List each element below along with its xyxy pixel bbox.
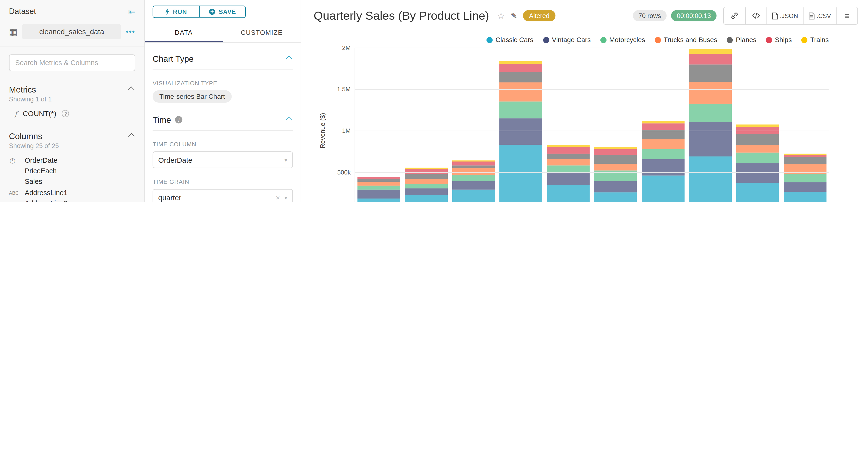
legend-label: Classic Cars xyxy=(496,36,533,44)
row-count-badge: 70 rows xyxy=(633,10,667,21)
collapse-dataset-panel-icon[interactable]: ⇤ xyxy=(128,7,135,15)
bars-container xyxy=(355,48,829,202)
bar-segment-trucks-and-buses xyxy=(500,83,542,102)
column-item-orderdate[interactable]: ◷OrderDate xyxy=(9,155,135,165)
info-icon[interactable]: i xyxy=(175,116,182,124)
legend-item-vintage-cars[interactable]: Vintage Cars xyxy=(543,36,591,44)
stacked-bar xyxy=(500,61,542,202)
legend-item-classic-cars[interactable]: Classic Cars xyxy=(487,36,533,44)
column-item-addressline2[interactable]: ABCAddressLine2 xyxy=(9,198,135,202)
divider xyxy=(0,46,144,47)
bar-segment-trains xyxy=(452,160,495,161)
column-item-sales[interactable]: Sales xyxy=(9,177,135,187)
edit-title-icon[interactable]: ✎ xyxy=(511,11,517,20)
altered-badge[interactable]: Altered xyxy=(523,10,556,21)
chevron-up-icon[interactable] xyxy=(128,86,134,93)
dataset-panel-header: Dataset ⇤ xyxy=(9,7,135,15)
legend-item-trains[interactable]: Trains xyxy=(801,36,829,44)
chart-title[interactable]: Quarterly Sales (By Product Line) xyxy=(313,9,489,22)
bar-2004-01-01[interactable] xyxy=(545,48,592,202)
function-icon: ƒ xyxy=(15,109,17,118)
save-button[interactable]: SAVE xyxy=(199,6,245,18)
help-icon[interactable]: ? xyxy=(62,110,69,117)
bar-2005-04-01[interactable] xyxy=(781,48,829,202)
plot-area xyxy=(355,48,829,202)
legend-item-motorcycles[interactable]: Motorcycles xyxy=(600,36,645,44)
bar-2003-04-01[interactable] xyxy=(403,48,450,202)
column-item-priceeach[interactable]: PriceEach xyxy=(9,165,135,177)
bar-segment-ships xyxy=(405,169,447,174)
search-metrics-columns-input[interactable] xyxy=(9,54,135,71)
bar-segment-trucks-and-buses xyxy=(642,139,684,149)
columns-list: ◷OrderDatePriceEachSalesABCAddressLine1A… xyxy=(9,155,135,202)
bar-2004-07-01[interactable] xyxy=(639,48,687,202)
stacked-bar xyxy=(405,168,447,202)
export-csv-label: .CSV xyxy=(816,12,831,19)
table-grid-icon: ▦ xyxy=(9,27,17,36)
bar-2003-07-01[interactable] xyxy=(450,48,497,202)
dataset-more-menu-icon[interactable]: ••• xyxy=(126,27,135,36)
run-button[interactable]: RUN xyxy=(153,6,199,18)
bar-segment-motorcycles xyxy=(405,184,447,188)
columns-section-title: Columns xyxy=(9,131,42,141)
metric-label: COUNT(*) xyxy=(23,109,56,118)
legend-item-trucks-and-buses[interactable]: Trucks and Buses xyxy=(655,36,717,44)
bar-segment-trucks-and-buses xyxy=(547,159,590,165)
metrics-section-header[interactable]: Metrics xyxy=(9,85,135,94)
bar-segment-planes xyxy=(784,157,826,165)
embed-code-button[interactable] xyxy=(745,7,767,24)
column-label: AddressLine1 xyxy=(25,189,68,197)
dataset-panel-title: Dataset xyxy=(9,7,36,15)
clock-icon: ◷ xyxy=(9,156,25,164)
chevron-up-icon[interactable] xyxy=(128,133,134,139)
time-section-header: Time i xyxy=(153,115,293,125)
favorite-star-icon[interactable]: ☆ xyxy=(497,10,505,21)
legend-label: Trains xyxy=(810,36,829,44)
time-grain-select[interactable]: quarter × ▾ xyxy=(153,189,293,202)
chart-type-section-title: Chart Type xyxy=(153,54,194,64)
export-csv-button[interactable]: .CSV xyxy=(803,7,836,24)
export-json-button[interactable]: .JSON xyxy=(766,7,803,24)
bar-2004-04-01[interactable] xyxy=(592,48,639,202)
chevron-up-icon[interactable] xyxy=(286,56,292,62)
chevron-down-icon: ▾ xyxy=(284,194,287,201)
metric-item-count[interactable]: ƒ COUNT(*) ? xyxy=(9,109,135,118)
clear-icon[interactable]: × xyxy=(276,193,280,202)
time-column-select[interactable]: OrderDate ▾ xyxy=(153,152,293,168)
file-icon xyxy=(809,12,815,19)
bar-segment-planes xyxy=(642,130,684,139)
bar-segment-trucks-and-buses xyxy=(594,164,637,170)
legend-item-planes[interactable]: Planes xyxy=(727,36,756,44)
columns-section-header[interactable]: Columns xyxy=(9,131,135,141)
bar-2003-10-01[interactable] xyxy=(497,48,545,202)
chart-area: Classic CarsVintage CarsMotorcyclesTruck… xyxy=(301,31,868,202)
tab-customize[interactable]: CUSTOMIZE xyxy=(223,25,301,42)
bar-segment-trucks-and-buses xyxy=(452,168,495,175)
bar-segment-vintage-cars xyxy=(500,118,542,145)
bar-segment-ships xyxy=(547,147,590,154)
y-axis-tick: 1.5M xyxy=(337,86,350,93)
column-item-addressline1[interactable]: ABCAddressLine1 xyxy=(9,187,135,198)
columns-showing-count: Showing 25 of 25 xyxy=(9,143,135,149)
time-grain-label: TIME GRAIN xyxy=(153,179,293,185)
visualization-type-value[interactable]: Time-series Bar Chart xyxy=(153,91,232,103)
legend-label: Vintage Cars xyxy=(552,36,591,44)
legend-item-ships[interactable]: Ships xyxy=(766,36,792,44)
bar-segment-motorcycles xyxy=(547,165,590,173)
bar-segment-classic-cars xyxy=(594,192,637,202)
chevron-up-icon[interactable] xyxy=(286,117,292,123)
column-label: OrderDate xyxy=(25,156,58,164)
tab-data[interactable]: DATA xyxy=(145,25,223,42)
bar-2004-10-01[interactable] xyxy=(687,48,734,202)
bar-segment-classic-cars xyxy=(405,195,447,202)
lightning-icon xyxy=(165,8,170,15)
bar-2003-01-01[interactable] xyxy=(355,48,403,202)
bar-2005-01-01[interactable] xyxy=(734,48,781,202)
dataset-panel: Dataset ⇤ ▦ cleaned_sales_data ••• Metri… xyxy=(0,0,145,202)
copy-link-button[interactable] xyxy=(724,7,745,24)
dataset-name[interactable]: cleaned_sales_data xyxy=(22,24,121,39)
legend-label: Trucks and Buses xyxy=(663,36,717,44)
stacked-bar xyxy=(594,147,637,202)
menu-button[interactable]: ≡ xyxy=(836,7,858,24)
bar-segment-vintage-cars xyxy=(358,190,400,198)
